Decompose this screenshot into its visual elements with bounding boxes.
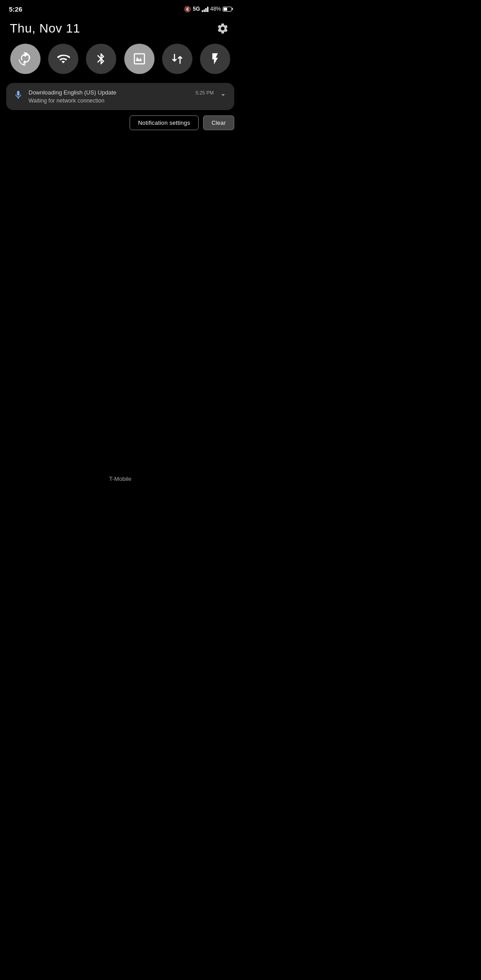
battery-icon [223,7,232,12]
chevron-down-icon [219,91,227,99]
signal-bars-icon [202,6,208,12]
mute-icon: 🔇 [184,6,191,12]
notification-title-row: Downloading English (US) Update 5:25 PM [29,89,214,96]
notification-actions-row: Notification settings Clear [6,115,234,130]
header: Thu, Nov 11 [0,16,240,44]
carrier-label: T-Mobile [0,476,240,482]
svg-rect-0 [17,98,19,98]
toggle-rotate[interactable] [10,44,41,74]
notification-card[interactable]: Downloading English (US) Update 5:25 PM … [6,83,234,110]
data-transfer-icon [171,52,184,66]
clear-notifications-button[interactable]: Clear [203,115,234,130]
settings-button[interactable] [215,21,231,37]
toggle-torch[interactable] [200,44,230,74]
toggle-bluetooth[interactable] [86,44,116,74]
torch-icon [208,52,222,66]
notification-content: Downloading English (US) Update 5:25 PM … [29,89,214,104]
battery-percent: 48% [210,6,221,12]
nfc-icon [133,52,146,66]
status-icons: 🔇 5G 48% [184,6,232,12]
status-time: 5:26 [9,5,22,13]
gear-icon [216,22,229,35]
notification-title: Downloading English (US) Update [29,89,116,96]
status-bar: 5:26 🔇 5G 48% [0,0,240,16]
bluetooth-icon [94,52,108,66]
notification-settings-button[interactable]: Notification settings [130,115,199,130]
wifi-icon [57,52,70,66]
notification-expand-chevron[interactable] [219,91,227,99]
toggle-wifi[interactable] [48,44,78,74]
toggle-nfc[interactable] [124,44,155,74]
notification-time: 5:25 PM [196,90,214,95]
date-display: Thu, Nov 11 [10,21,80,36]
toggle-data[interactable] [162,44,192,74]
rotate-icon [19,52,32,66]
network-type: 5G [193,6,200,12]
quick-toggles-row [0,44,240,83]
notification-subtitle: Waiting for network connection [29,98,214,104]
notification-app-icon [13,90,23,100]
